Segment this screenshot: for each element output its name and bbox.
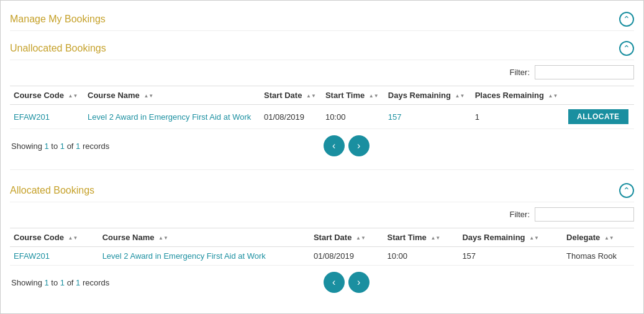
unallocated-prev-button[interactable]: ‹ xyxy=(324,135,345,156)
unallocated-page-total: 1 xyxy=(76,141,80,151)
unallocated-pagination-row: Showing 1 to 1 of 1 records ‹ › xyxy=(10,135,634,156)
allocated-prev-button[interactable]: ‹ xyxy=(324,272,345,293)
unallocated-showing-text: Showing 1 to 1 of 1 records xyxy=(11,141,109,151)
alloc-sort-arrows-code[interactable]: ▲▼ xyxy=(68,236,78,241)
col-start-date: Start Date ▲▼ xyxy=(260,86,322,105)
alloc-col-course-code: Course Code ▲▼ xyxy=(10,228,99,247)
sort-arrows-days[interactable]: ▲▼ xyxy=(455,94,465,99)
main-header: Manage My Bookings ⌃ xyxy=(10,7,634,31)
allocated-filter-input[interactable] xyxy=(535,207,634,222)
allocated-pagination-row: Showing 1 to 1 of 1 records ‹ › xyxy=(10,272,634,293)
unallocated-title: Unallocated Bookings xyxy=(10,43,106,54)
allocated-course-code-link[interactable]: EFAW201 xyxy=(14,251,50,261)
unallocated-table: Course Code ▲▼ Course Name ▲▼ Start Date… xyxy=(10,86,634,129)
allocated-title: Allocated Bookings xyxy=(10,185,94,196)
col-days-remaining: Days Remaining ▲▼ xyxy=(384,86,471,105)
allocated-start-date: 01/08/2019 xyxy=(310,247,384,266)
allocated-delegate: Thomas Rook xyxy=(563,247,634,266)
unallocated-days-remaining: 157 xyxy=(384,105,471,129)
allocated-collapse-icon[interactable]: ⌃ xyxy=(619,183,634,198)
sort-arrows-date[interactable]: ▲▼ xyxy=(306,94,316,99)
alloc-col-days-remaining: Days Remaining ▲▼ xyxy=(458,228,563,247)
alloc-col-start-date: Start Date ▲▼ xyxy=(310,228,384,247)
unallocated-course-code-link[interactable]: EFAW201 xyxy=(14,112,50,122)
unallocated-table-row: EFAW201 Level 2 Award in Emergency First… xyxy=(10,105,634,129)
allocated-table-row: EFAW201 Level 2 Award in Emergency First… xyxy=(10,247,634,266)
unallocated-places-remaining: 1 xyxy=(471,105,565,129)
alloc-sort-arrows-days[interactable]: ▲▼ xyxy=(529,236,539,241)
allocated-course-name: Level 2 Award in Emergency First Aid at … xyxy=(99,247,310,266)
unallocated-course-name: Level 2 Award in Emergency First Aid at … xyxy=(84,105,260,129)
unallocated-course-code: EFAW201 xyxy=(10,105,84,129)
unallocated-start-date: 01/08/2019 xyxy=(260,105,322,129)
allocated-section: Allocated Bookings ⌃ Filter: Course Code… xyxy=(10,173,634,303)
sort-arrows-name[interactable]: ▲▼ xyxy=(143,94,153,99)
allocated-course-code: EFAW201 xyxy=(10,247,99,266)
col-course-code: Course Code ▲▼ xyxy=(10,86,84,105)
alloc-sort-arrows-name[interactable]: ▲▼ xyxy=(158,236,168,241)
allocated-page-start: 1 xyxy=(44,278,48,287)
col-start-time: Start Time ▲▼ xyxy=(322,86,384,105)
alloc-sort-arrows-date[interactable]: ▲▼ xyxy=(356,236,366,241)
col-action xyxy=(565,86,634,105)
allocated-filter-row: Filter: xyxy=(10,207,634,222)
section-divider xyxy=(10,169,634,170)
alloc-col-start-time: Start Time ▲▼ xyxy=(383,228,458,247)
page-title: Manage My Bookings xyxy=(10,14,106,25)
unallocated-filter-input[interactable] xyxy=(535,65,634,79)
allocated-body: Filter: Course Code ▲▼ Course Name ▲▼ St… xyxy=(10,202,634,298)
unallocated-body: Filter: Course Code ▲▼ Course Name ▲▼ St… xyxy=(10,60,634,161)
allocated-table: Course Code ▲▼ Course Name ▲▼ Start Date… xyxy=(10,228,634,266)
alloc-sort-arrows-delegate[interactable]: ▲▼ xyxy=(604,236,614,241)
allocated-days-remaining: 157 xyxy=(458,247,563,266)
unallocated-action-cell: ALLOCATE xyxy=(565,105,634,129)
main-collapse-icon[interactable]: ⌃ xyxy=(619,12,634,27)
unallocated-next-button[interactable]: › xyxy=(348,135,370,156)
col-places-remaining: Places Remaining ▲▼ xyxy=(471,86,565,105)
unallocated-section: Unallocated Bookings ⌃ Filter: Course Co… xyxy=(10,31,634,166)
allocated-pagination-buttons: ‹ › xyxy=(324,272,370,293)
unallocated-page-end: 1 xyxy=(60,141,65,151)
unallocated-start-time: 10:00 xyxy=(322,105,384,129)
col-course-name: Course Name ▲▼ xyxy=(84,86,260,105)
unallocated-header: Unallocated Bookings ⌃ xyxy=(10,36,634,60)
sort-arrows-code[interactable]: ▲▼ xyxy=(68,94,78,99)
allocated-table-header-row: Course Code ▲▼ Course Name ▲▼ Start Date… xyxy=(10,228,634,247)
page-wrapper: Manage My Bookings ⌃ Unallocated Booking… xyxy=(0,0,644,314)
unallocated-course-name-link[interactable]: Level 2 Award in Emergency First Aid at … xyxy=(88,112,251,122)
unallocated-table-header-row: Course Code ▲▼ Course Name ▲▼ Start Date… xyxy=(10,86,634,105)
allocated-next-button[interactable]: › xyxy=(348,272,370,293)
allocated-showing-text: Showing 1 to 1 of 1 records xyxy=(11,278,109,287)
allocated-page-total: 1 xyxy=(76,278,80,287)
alloc-sort-arrows-time[interactable]: ▲▼ xyxy=(430,236,440,241)
alloc-col-delegate: Delegate ▲▼ xyxy=(563,228,634,247)
allocated-course-name-link[interactable]: Level 2 Award in Emergency First Aid at … xyxy=(102,251,266,261)
unallocated-pagination-buttons: ‹ › xyxy=(324,135,370,156)
allocated-filter-label: Filter: xyxy=(510,210,530,219)
unallocated-page-start: 1 xyxy=(44,141,48,151)
unallocated-filter-row: Filter: xyxy=(10,65,634,79)
allocated-start-time: 10:00 xyxy=(383,247,458,266)
sort-arrows-places[interactable]: ▲▼ xyxy=(548,94,558,99)
allocate-button[interactable]: ALLOCATE xyxy=(568,109,628,124)
unallocated-filter-label: Filter: xyxy=(510,68,530,77)
sort-arrows-time[interactable]: ▲▼ xyxy=(369,94,379,99)
allocated-page-end: 1 xyxy=(60,278,65,287)
alloc-col-course-name: Course Name ▲▼ xyxy=(99,228,310,247)
unallocated-collapse-icon[interactable]: ⌃ xyxy=(619,41,634,56)
allocated-header: Allocated Bookings ⌃ xyxy=(10,178,634,202)
